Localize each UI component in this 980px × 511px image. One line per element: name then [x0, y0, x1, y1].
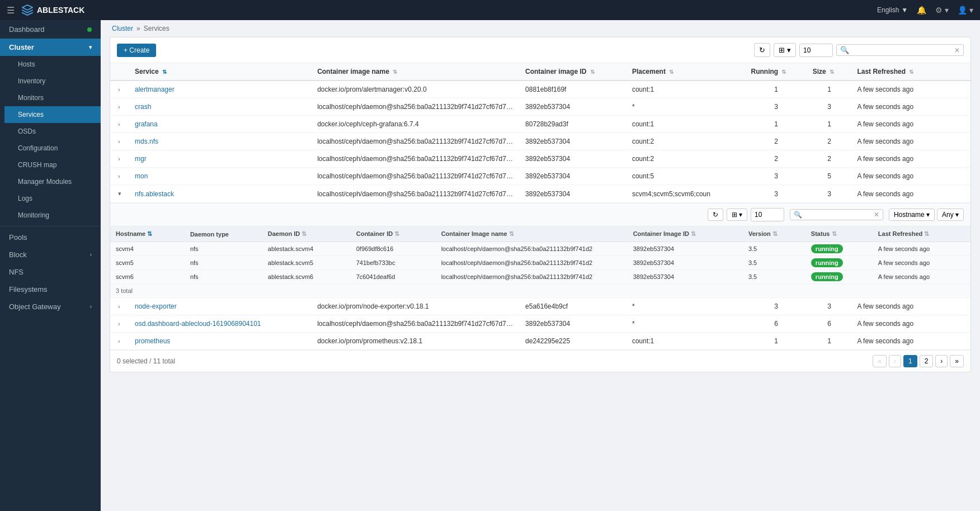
sub-search-input[interactable]	[804, 211, 871, 219]
col-header-refreshed[interactable]: Last Refreshed ⇅	[851, 63, 970, 81]
breadcrumb-cluster[interactable]: Cluster	[112, 25, 133, 32]
sidebar: Dashboard Cluster ▾ Hosts Inventory Moni…	[0, 20, 101, 511]
page-1-button[interactable]: 1	[903, 355, 917, 367]
daemon-refreshed: A few seconds ago	[873, 242, 970, 256]
breadcrumb-separator: »	[136, 25, 140, 32]
sub-refresh-button[interactable]: ↻	[708, 209, 723, 221]
col-header-running[interactable]: Running ⇅	[745, 63, 807, 81]
expand-button[interactable]: ›	[116, 120, 123, 129]
search-clear-icon[interactable]: ✕	[954, 46, 960, 54]
sidebar-item-services[interactable]: Services	[4, 106, 101, 123]
selected-info: 0 selected / 11 total	[117, 357, 175, 365]
sub-columns-button[interactable]: ⊞ ▾	[727, 209, 747, 221]
daemon-row: scvm5 nfs ablestack.scvm5 741befb733bc l…	[110, 256, 970, 270]
sub-col-version[interactable]: Version ⇅	[743, 226, 805, 242]
sidebar-item-osds[interactable]: OSDs	[4, 123, 101, 140]
sidebar-item-object-gateway[interactable]: Object Gateway ›	[0, 298, 101, 315]
running-cell: 1	[745, 81, 807, 98]
bell-icon[interactable]: 🔔	[917, 6, 926, 15]
expand-button[interactable]: ›	[116, 137, 123, 146]
table-row: › mgr localhost/ceph/daemon@sha256:ba0a2…	[110, 150, 970, 168]
sidebar-item-logs[interactable]: Logs	[4, 190, 101, 207]
service-name-cell: prometheus	[129, 333, 312, 350]
sidebar-item-monitoring[interactable]: Monitoring	[4, 207, 101, 224]
image-name-cell: docker.io/prom/alertmanager:v0.20.0	[312, 81, 520, 98]
expand-button[interactable]: ›	[116, 85, 123, 94]
user-icon[interactable]: 👤 ▾	[958, 6, 973, 15]
page-2-button[interactable]: 2	[920, 355, 934, 367]
page-last-button[interactable]: »	[950, 355, 964, 367]
expand-button[interactable]: ›	[116, 319, 123, 328]
col-header-placement[interactable]: Placement ⇅	[626, 63, 746, 81]
refreshed-cell: A few seconds ago	[851, 298, 970, 315]
sub-search-clear-icon[interactable]: ✕	[874, 211, 879, 219]
sidebar-item-monitors[interactable]: Monitors	[4, 89, 101, 106]
expand-button[interactable]: ›	[116, 302, 123, 311]
daemon-refreshed: A few seconds ago	[873, 256, 970, 270]
sub-search-icon: 🔍	[794, 211, 802, 219]
lang-selector[interactable]: English ▼	[877, 6, 908, 14]
sub-col-daemon-id[interactable]: Daemon ID ⇅	[262, 226, 351, 242]
filter-hostname-button[interactable]: Hostname ▾	[889, 209, 935, 221]
expand-button[interactable]: ›	[116, 154, 123, 163]
daemon-status: running	[805, 242, 873, 256]
sub-col-image-id[interactable]: Container Image ID ⇅	[628, 226, 743, 242]
expand-button[interactable]: ›	[116, 102, 123, 111]
create-button[interactable]: + Create	[117, 44, 156, 57]
block-chevron: ›	[90, 252, 92, 258]
image-id-cell: 3892eb537304	[520, 150, 626, 168]
daemon-type: nfs	[185, 270, 262, 284]
col-header-image-id[interactable]: Container image ID ⇅	[520, 63, 626, 81]
image-id-cell: de242295e225	[520, 333, 626, 350]
running-cell: 2	[745, 133, 807, 150]
sub-col-image-name[interactable]: Container Image name ⇅	[436, 226, 628, 242]
sidebar-item-nfs[interactable]: NFS	[0, 263, 101, 281]
sidebar-item-configuration[interactable]: Configuration	[4, 140, 101, 157]
page-next-button[interactable]: ›	[935, 355, 948, 367]
sidebar-item-block[interactable]: Block ›	[0, 246, 101, 263]
page-first-button[interactable]: «	[873, 355, 887, 367]
running-cell: 3	[745, 168, 807, 185]
size-cell: 2	[807, 150, 852, 168]
placement-cell: count:1	[626, 333, 746, 350]
expand-button[interactable]: ▾	[116, 189, 124, 198]
placement-cell: count:5	[626, 168, 746, 185]
sidebar-item-pools[interactable]: Pools	[0, 229, 101, 246]
sub-col-refreshed[interactable]: Last Refreshed ⇅	[873, 226, 970, 242]
settings-icon[interactable]: ⚙ ▾	[935, 6, 949, 15]
daemon-hostname: scvm4	[110, 242, 185, 256]
breadcrumb-services: Services	[144, 25, 169, 32]
expand-button[interactable]: ›	[116, 172, 123, 181]
page-prev-button[interactable]: ‹	[889, 355, 901, 367]
service-name-cell: osd.dashboard-ablecloud-1619068904101	[129, 315, 312, 333]
table-footer: 0 selected / 11 total « ‹ 1 2 › »	[110, 350, 970, 372]
sidebar-item-filesystems[interactable]: Filesystems	[0, 281, 101, 298]
search-input[interactable]	[851, 46, 952, 54]
daemon-type: nfs	[185, 256, 262, 270]
sidebar-item-hosts[interactable]: Hosts	[4, 56, 101, 73]
sub-col-hostname[interactable]: Hostname ⇅	[110, 226, 185, 242]
refresh-button[interactable]: ↻	[754, 43, 770, 57]
expand-button[interactable]: ›	[116, 337, 123, 346]
sidebar-cluster-header[interactable]: Cluster ▾	[0, 39, 101, 56]
sub-col-status[interactable]: Status ⇅	[805, 226, 873, 242]
dashboard-status-badge	[87, 27, 92, 32]
sort-icon-refreshed: ⇅	[909, 69, 913, 75]
sub-col-container-id[interactable]: Container ID ⇅	[351, 226, 436, 242]
filter-any-button[interactable]: Any ▾	[937, 209, 964, 221]
sidebar-item-inventory[interactable]: Inventory	[4, 73, 101, 89]
refresh-icon: ↻	[759, 46, 765, 54]
sub-page-size-input[interactable]	[751, 208, 784, 221]
table-row: › mds.nfs localhost/ceph/daemon@sha256:b…	[110, 133, 970, 150]
sidebar-item-crush-map[interactable]: CRUSH map	[4, 157, 101, 173]
sidebar-item-manager-modules[interactable]: Manager Modules	[4, 173, 101, 190]
table-row: › prometheus docker.io/prom/prometheus:v…	[110, 333, 970, 350]
page-size-input[interactable]	[799, 44, 833, 57]
hamburger-icon[interactable]: ☰	[7, 5, 15, 16]
sidebar-item-dashboard[interactable]: Dashboard	[0, 20, 101, 39]
col-header-image-name[interactable]: Container image name ⇅	[312, 63, 520, 81]
table-row: › mon localhost/ceph/daemon@sha256:ba0a2…	[110, 168, 970, 185]
columns-button[interactable]: ⊞ ▾	[774, 43, 796, 57]
col-header-service[interactable]: Service ⇅	[129, 63, 312, 81]
col-header-size[interactable]: Size ⇅	[807, 63, 852, 81]
